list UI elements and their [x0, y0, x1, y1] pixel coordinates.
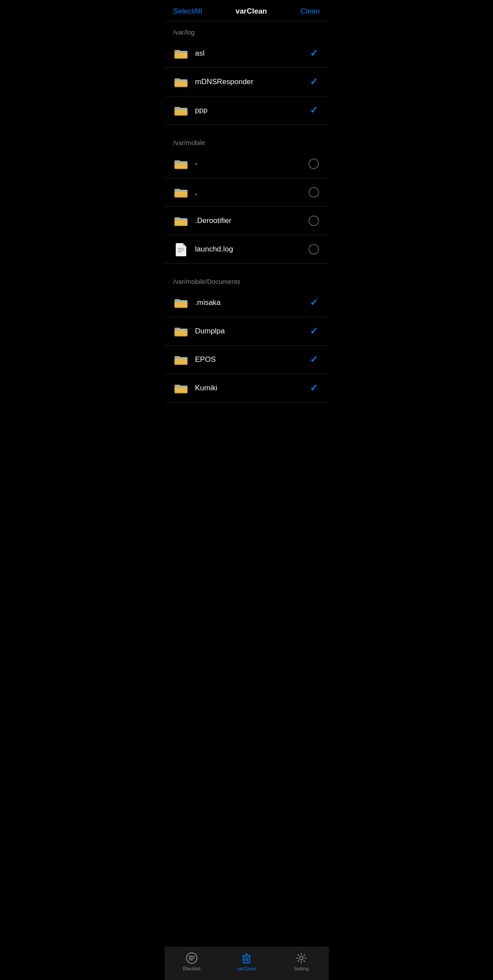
main-content: /var/log asl✓: [164, 21, 329, 445]
list-item-comma[interactable]: ,: [164, 178, 329, 207]
item-name: ppp: [195, 106, 308, 115]
list-item-epos[interactable]: EPOS✓: [164, 346, 329, 374]
svg-rect-17: [175, 108, 187, 109]
item-name: launchd.log: [195, 245, 308, 254]
item-check[interactable]: [308, 186, 320, 198]
item-check[interactable]: ✓: [308, 325, 320, 337]
svg-rect-44: [175, 301, 187, 301]
list-item-dash[interactable]: -: [164, 150, 329, 178]
folder-icon: [173, 184, 189, 200]
list-item-mDNSResponder[interactable]: mDNSResponder✓: [164, 68, 329, 96]
svg-rect-11: [175, 80, 187, 81]
check-circle: [309, 216, 319, 226]
list-item-derootifier[interactable]: .Derootifier: [164, 207, 329, 235]
item-check[interactable]: ✓: [308, 354, 320, 366]
folder-icon: [173, 380, 189, 396]
item-check[interactable]: ✓: [308, 382, 320, 394]
svg-rect-29: [175, 190, 187, 191]
item-name: .misaka: [195, 298, 308, 307]
file-icon: [173, 241, 189, 257]
folder-icon: [173, 323, 189, 339]
item-check[interactable]: ✓: [308, 297, 320, 309]
svg-rect-35: [175, 219, 187, 219]
item-name: ,: [195, 188, 308, 197]
item-check[interactable]: [308, 158, 320, 170]
svg-rect-5: [175, 51, 187, 52]
item-name: .Derootifier: [195, 216, 308, 225]
item-check[interactable]: [308, 243, 320, 255]
folder-icon: [173, 156, 189, 172]
section-header-var-mobile: /var/mobile: [164, 132, 329, 150]
list-item-asl[interactable]: asl✓: [164, 39, 329, 68]
item-name: -: [195, 159, 308, 168]
item-check[interactable]: ✓: [308, 76, 320, 88]
folder-icon: [173, 352, 189, 368]
item-name: mDNSResponder: [195, 78, 308, 86]
item-name: Dumplpa: [195, 327, 308, 336]
app-header: SelectAll varClean Clean: [164, 0, 329, 21]
folder-icon: [173, 213, 189, 229]
svg-rect-56: [175, 357, 187, 358]
section-header-var-mobile-documents: /var/mobile/Documents: [164, 271, 329, 289]
list-item-ppp[interactable]: ppp✓: [164, 96, 329, 125]
check-circle: [309, 187, 319, 198]
folder-icon: [173, 103, 189, 118]
list-item-dumplpa[interactable]: Dumplpa✓: [164, 317, 329, 346]
page-title: varClean: [235, 7, 267, 16]
item-name: Kumiki: [195, 384, 308, 393]
list-item-launchd-log[interactable]: launchd.log: [164, 235, 329, 264]
list-item-misaka[interactable]: .misaka✓: [164, 289, 329, 317]
item-name: asl: [195, 49, 308, 58]
svg-rect-62: [175, 386, 187, 387]
list-item-kumiki[interactable]: Kumiki✓: [164, 374, 329, 403]
svg-rect-23: [175, 162, 187, 163]
item-check[interactable]: ✓: [308, 104, 320, 117]
item-check[interactable]: [308, 215, 320, 227]
check-circle: [309, 244, 319, 255]
folder-icon: [173, 74, 189, 90]
clean-button[interactable]: Clean: [301, 7, 320, 16]
folder-icon: [173, 46, 189, 61]
select-all-button[interactable]: SelectAll: [173, 7, 202, 16]
item-name: EPOS: [195, 355, 308, 364]
section-header-var-log: /var/log: [164, 21, 329, 39]
folder-icon: [173, 295, 189, 311]
check-circle: [309, 159, 319, 169]
item-check[interactable]: ✓: [308, 47, 320, 60]
svg-rect-50: [175, 329, 187, 330]
